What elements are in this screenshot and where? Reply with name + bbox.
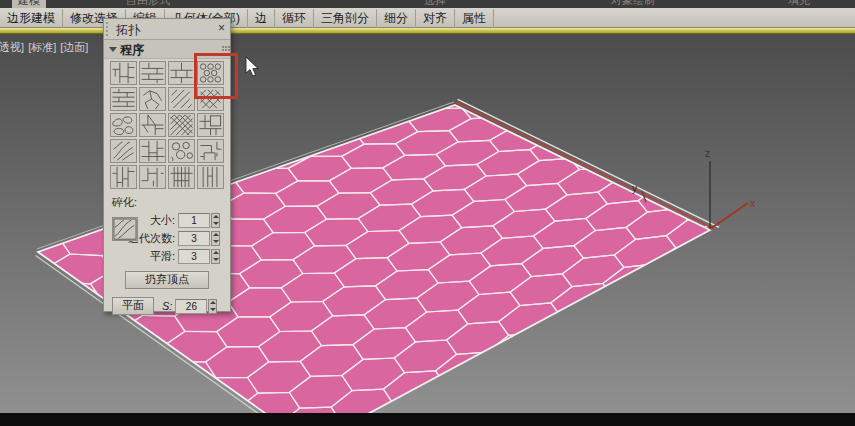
application-window: 建模自由形式选择对象绘制填充 边形建模修改选择编辑几何体(全部)边循环三角剖分细… bbox=[0, 0, 855, 426]
pattern-voronoi[interactable] bbox=[139, 87, 166, 111]
pattern-crosshatch[interactable] bbox=[168, 87, 195, 111]
pattern-bricks-large[interactable] bbox=[168, 61, 195, 85]
viewport-label-edged-faces[interactable]: [边面] bbox=[60, 41, 88, 53]
highlight-annotation-box bbox=[194, 53, 238, 99]
smooth-row: 平滑: 3 bbox=[104, 248, 220, 264]
pattern-bricks-wide[interactable] bbox=[139, 61, 166, 85]
smooth-spinner[interactable] bbox=[211, 249, 220, 264]
iterations-field[interactable]: 3 bbox=[178, 231, 210, 246]
panel-grip-icon[interactable] bbox=[106, 22, 111, 36]
axis-label-x: x bbox=[750, 198, 755, 209]
pattern-squares-large[interactable] bbox=[197, 113, 224, 137]
rollout-options-icon[interactable] bbox=[222, 46, 224, 48]
pattern-diagonal-curves[interactable] bbox=[110, 139, 137, 163]
s-spinner[interactable] bbox=[208, 299, 217, 314]
pattern-checker[interactable] bbox=[168, 113, 195, 137]
pattern-vertical-stripes[interactable] bbox=[197, 165, 224, 189]
iterations-spinner[interactable] bbox=[211, 231, 220, 246]
smooth-field[interactable]: 3 bbox=[178, 249, 210, 264]
panel-title: 拓扑 bbox=[116, 22, 140, 39]
pattern-dense-grid[interactable] bbox=[168, 165, 195, 189]
pattern-stones[interactable] bbox=[110, 113, 137, 137]
plane-row: 平面 S: 26 bbox=[112, 297, 222, 315]
s-field[interactable]: 26 bbox=[175, 299, 207, 314]
pattern-l-shapes[interactable] bbox=[139, 165, 166, 189]
size-label: 大小: bbox=[150, 213, 175, 228]
topology-panel: 拓扑 × 程序 碎化: 大小: 1 迭代次数: 3 平滑: 3 bbox=[103, 18, 231, 312]
viewport-label: [透视][标准][边面] bbox=[0, 40, 92, 55]
pattern-stripe-blocks[interactable] bbox=[110, 165, 137, 189]
pattern-skin[interactable] bbox=[110, 61, 137, 85]
size-field[interactable]: 1 bbox=[178, 213, 210, 228]
pattern-maze[interactable] bbox=[197, 139, 224, 163]
close-icon[interactable]: × bbox=[218, 21, 225, 35]
pattern-bricks-small[interactable] bbox=[110, 87, 137, 111]
rollout-title: 程序 bbox=[120, 42, 144, 59]
fracture-pattern-icon[interactable] bbox=[112, 217, 138, 241]
s-label: S: bbox=[162, 300, 172, 312]
plane-button[interactable]: 平面 bbox=[112, 297, 154, 315]
size-spinner[interactable] bbox=[211, 213, 220, 228]
pattern-mixed-polys[interactable] bbox=[139, 113, 166, 137]
viewport-label-perspective[interactable]: [透视] bbox=[0, 41, 24, 53]
smooth-label: 平滑: bbox=[150, 249, 175, 264]
fracture-section-label: 碎化: bbox=[112, 195, 230, 210]
discard-vertices-button[interactable]: 扔弃顶点 bbox=[125, 271, 209, 289]
bottom-black-bar bbox=[0, 413, 855, 426]
pattern-organic-cells[interactable] bbox=[168, 139, 195, 163]
panel-title-bar[interactable]: 拓扑 × bbox=[104, 19, 230, 40]
axis-label-z: z bbox=[705, 148, 710, 159]
rollout-collapse-icon[interactable] bbox=[109, 47, 117, 52]
pattern-rect-grid[interactable] bbox=[139, 139, 166, 163]
viewport-label-standard[interactable]: [标准] bbox=[28, 41, 56, 53]
axis-label-y: y bbox=[632, 183, 637, 194]
